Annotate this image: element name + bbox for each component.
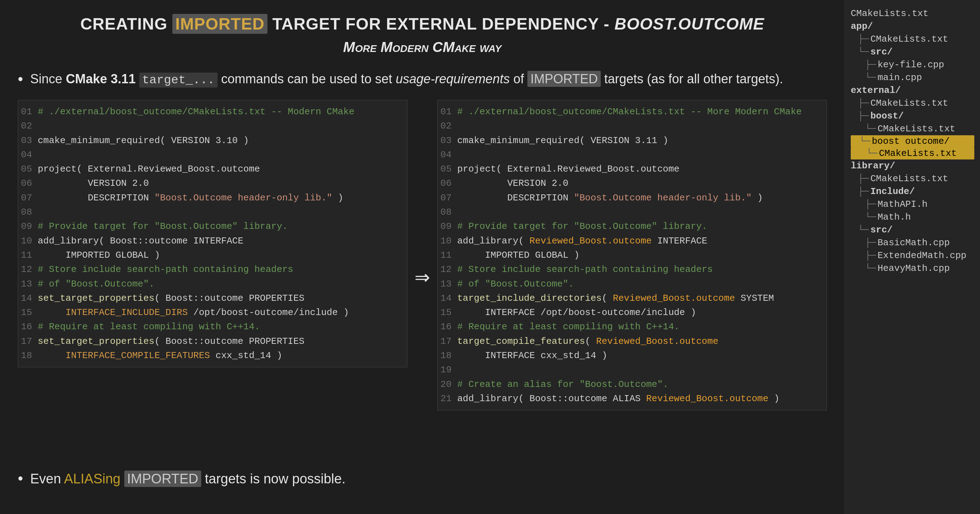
code-line: 06 VERSION 2.0 — [438, 176, 827, 190]
tree-item-external-cmake: ├─ CMakeLists.txt — [851, 97, 974, 109]
tree-item-external: external/ — [851, 84, 974, 97]
code-line: 07 DESCRIPTION "Boost.Outcome header-onl… — [438, 191, 827, 205]
code-line: 12 # Store include search-path containin… — [18, 262, 407, 276]
aliasing-text: ALIASing — [64, 471, 120, 486]
tree-item-boost-outcome: └─ boost outcome/ — [851, 135, 974, 148]
code-line: 03 cmake_minimum_required( VERSION 3.10 … — [18, 133, 407, 148]
left-code-block: 01 # ./external/boost_outcome/CMakeLists… — [18, 100, 407, 367]
tree-item-mathapi: ├─ MathAPI.h — [851, 198, 974, 211]
code-line: 15 INTERFACE_INCLUDE_DIRS /opt/boost-out… — [18, 305, 407, 320]
code-line: 16 # Require at least compiling with C++… — [438, 320, 827, 334]
code-line: 16 # Require at least compiling with C++… — [18, 320, 407, 334]
slide-subtitle: More Modern CMake way — [18, 39, 827, 55]
code-line: 11 IMPORTED GLOBAL ) — [18, 248, 407, 262]
code-line: 10 add_library( Reviewed_Boost.outcome I… — [438, 234, 827, 248]
right-code-panel: 01 # ./external/boost_outcome/CMakeLists… — [437, 100, 827, 411]
tree-item-math: └─ Math.h — [851, 211, 974, 224]
code-line: 11 IMPORTED GLOBAL ) — [438, 248, 827, 262]
code-line: 05 project( External.Reviewed_Boost.outc… — [438, 162, 827, 176]
code-line: 18 INTERFACE_COMPILE_FEATURES cxx_std_14… — [18, 349, 407, 363]
bullet-1-text: Since CMake 3.11 target_... commands can… — [30, 70, 783, 89]
slide-title: Creating IMPORTED target for external de… — [18, 14, 827, 33]
code-line: 17 target_compile_features( Reviewed_Boo… — [438, 334, 827, 349]
tree-item-basicmath: ├─ BasicMath.cpp — [851, 236, 974, 249]
title-imported-highlight: IMPORTED — [172, 14, 267, 34]
tree-item-heavymath: └─ HeavyMath.cpp — [851, 262, 974, 275]
cmake-version: CMake 3.11 — [66, 71, 136, 86]
bullet-1: • Since CMake 3.11 target_... commands c… — [18, 70, 827, 89]
bullet-marker-2: • — [18, 469, 23, 489]
code-line: 04 — [18, 148, 407, 162]
left-code-panel: 01 # ./external/boost_outcome/CMakeLists… — [18, 100, 407, 367]
code-line: 02 — [18, 119, 407, 133]
code-line: 08 — [18, 205, 407, 219]
tree-item-main: └─ main.cpp — [851, 71, 974, 84]
target-command-code: target_... — [139, 73, 218, 87]
code-line: 17 set_target_properties( Boost::outcome… — [18, 334, 407, 349]
file-tree-sidebar: CMakeLists.txt app/ ├─ CMakeLists.txt └─… — [845, 0, 980, 514]
code-line: 14 set_target_properties( Boost::outcome… — [18, 291, 407, 305]
code-line: 12 # Store include search-path containin… — [438, 262, 827, 276]
code-line: 03 cmake_minimum_required( VERSION 3.11 … — [438, 133, 827, 148]
tree-item-extendedmath: ├─ ExtendedMath.cpp — [851, 249, 974, 262]
imported-badge-2: IMPORTED — [124, 471, 201, 487]
code-line: 13 # of "Boost.Outcome". — [438, 277, 827, 291]
code-line: 08 — [438, 205, 827, 219]
tree-item-app-cmake: ├─ CMakeLists.txt — [851, 33, 974, 46]
tree-item-app: app/ — [851, 20, 974, 33]
right-code-block: 01 # ./external/boost_outcome/CMakeLists… — [438, 100, 827, 410]
code-line: 13 # of "Boost.Outcome". — [18, 277, 407, 291]
tree-item-boost-cmake: └─ CMakeLists.txt — [851, 122, 974, 135]
code-line: 06 VERSION 2.0 — [18, 176, 407, 190]
bullet-marker-1: • — [18, 70, 23, 89]
title-text: Creating IMPORTED target for external de… — [81, 14, 765, 34]
tree-item-boost: ├─ boost/ — [851, 109, 974, 122]
code-line: 10 add_library( Boost::outcome INTERFACE — [18, 234, 407, 248]
bullet-2: • Even ALIASing IMPORTED targets is now … — [18, 469, 827, 489]
code-line: 05 project( External.Reviewed_Boost.outc… — [18, 162, 407, 176]
code-line: 02 — [438, 119, 827, 133]
bullet-2-text: Even ALIASing IMPORTED targets is now po… — [30, 469, 346, 489]
tree-item-lib-src: └─ src/ — [851, 224, 974, 236]
code-line: 18 INTERFACE cxx_std_14 ) — [438, 349, 827, 363]
code-line: 19 — [438, 363, 827, 377]
code-line: 09 # Provide target for "Boost.Outcome" … — [438, 219, 827, 233]
tree-item-library-cmake: ├─ CMakeLists.txt — [851, 172, 974, 185]
code-line: 01 # ./external/boost_outcome/CMakeLists… — [18, 105, 407, 119]
code-line: 09 # Provide target for "Boost.Outcome" … — [18, 219, 407, 233]
tree-item-library: library/ — [851, 159, 974, 172]
code-line: 21 add_library( Boost::outcome ALIAS Rev… — [438, 392, 827, 406]
code-line: 15 INTERFACE /opt/boost-outcome/include … — [438, 305, 827, 320]
tree-item-boost-outcome-cmake: └─ CMakeLists.txt — [851, 148, 974, 159]
main-content: Creating IMPORTED target for external de… — [0, 0, 845, 514]
usage-requirements-text: usage-requirements — [396, 71, 509, 86]
tree-item-src: └─ src/ — [851, 46, 974, 59]
code-panels-container: 01 # ./external/boost_outcome/CMakeLists… — [18, 100, 827, 455]
arrow-icon: ⇒ — [407, 267, 437, 288]
code-line: 01 # ./external/boost_outcome/CMakeLists… — [438, 105, 827, 119]
code-line: 20 # Create an alias for "Boost.Outcome"… — [438, 377, 827, 392]
tree-item-include: ├─ Include/ — [851, 185, 974, 198]
code-line: 14 target_include_directories( Reviewed_… — [438, 291, 827, 305]
code-line: 04 — [438, 148, 827, 162]
imported-badge: IMPORTED — [527, 71, 600, 87]
code-line: 07 DESCRIPTION "Boost.Outcome header-onl… — [18, 191, 407, 205]
tree-item-keyfile: ├─ key-file.cpp — [851, 59, 974, 71]
tree-item-cmakelists-root: CMakeLists.txt — [851, 7, 974, 20]
